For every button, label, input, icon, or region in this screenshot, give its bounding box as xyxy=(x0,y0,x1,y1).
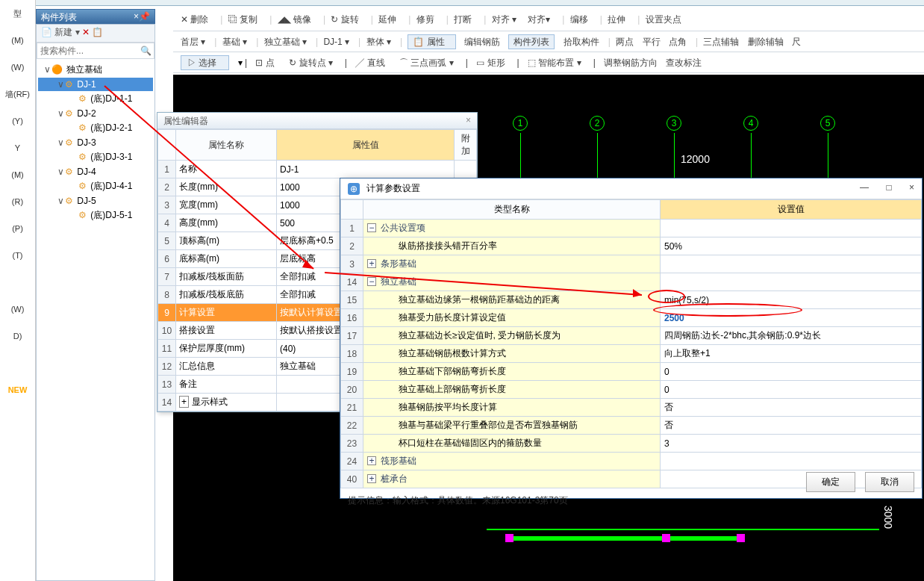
btn-parallel[interactable]: 平行 xyxy=(643,37,661,47)
sel-cat[interactable]: 基础 ▾ xyxy=(222,37,247,47)
component-tree[interactable]: ∨🟠 独立基础∨⚙ DJ-1⚙ (底)DJ-1-1∨⚙ DJ-2⚙ (底)DJ-… xyxy=(37,59,154,226)
tb-align[interactable]: 对齐 ▾ xyxy=(492,13,521,26)
calc-row[interactable]: 15独立基础边缘第一根钢筋距基础边的距离min(75,s/2) xyxy=(341,291,922,309)
close-icon[interactable]: × xyxy=(909,182,914,193)
tb-mirror[interactable]: ◢◣ 镜像 xyxy=(278,13,316,26)
calc-row[interactable]: 1−公共设置项 xyxy=(341,220,922,237)
copy-icon[interactable]: 📋 xyxy=(92,27,103,37)
btn-delaux[interactable]: 删除辅轴 xyxy=(748,37,784,47)
property-row[interactable]: 1名称DJ-1 xyxy=(158,161,477,178)
tb-break[interactable]: 打断 xyxy=(454,13,476,26)
calc-row[interactable]: 22独基与基础梁平行重叠部位是否布置独基钢筋否 xyxy=(341,417,922,435)
grip-handle[interactable] xyxy=(505,534,513,542)
sel-name[interactable]: DJ-1 ▾ xyxy=(323,37,349,47)
tb-trim[interactable]: 修剪 xyxy=(416,13,439,26)
tree-item[interactable]: ⚙ (底)DJ-1-1 xyxy=(38,91,153,107)
grip-handle[interactable] xyxy=(662,534,670,542)
btn-attr[interactable]: 📋 属性 xyxy=(408,34,455,49)
calc-row[interactable]: 24+筏形基础 xyxy=(341,453,922,470)
calc-row[interactable]: 17独立基础边长≥设定值时, 受力钢筋长度为四周钢筋:边长-2*bhc,其余钢筋… xyxy=(341,327,922,345)
calc-row[interactable]: 21独基钢筋按平均长度计算否 xyxy=(341,399,922,417)
grid-bubble: 2 xyxy=(590,116,605,131)
left-category-strip[interactable]: 型(M)(W) 墙(RF)(Y)Y (M)(R)(P) (T)(W) D) NE… xyxy=(0,0,36,581)
btn-ruler[interactable]: 尺 xyxy=(792,37,801,47)
component-list-header: 构件列表 📌 × xyxy=(36,9,155,24)
btn-three[interactable]: 三点辅轴 xyxy=(703,37,739,47)
tree-item[interactable]: ⚙ (底)DJ-4-1 xyxy=(38,178,153,194)
btn-rotpt[interactable]: ↻ 旋转点 ▾ xyxy=(289,58,339,68)
tree-item[interactable]: ⚙ (底)DJ-5-1 xyxy=(38,208,153,223)
toolbar-draw: ▷ 选择 ▾ | ⊡ 点 ↻ 旋转点 ▾| ╱ 直线 ⌒ 三点画弧 ▾| ▭ 矩… xyxy=(173,54,924,73)
minimize-icon[interactable]: — xyxy=(860,182,869,193)
tree-item[interactable]: ∨⚙ DJ-2 xyxy=(38,107,153,120)
tb-stretch[interactable]: 拉伸 xyxy=(608,13,630,26)
btn-ptangle[interactable]: 点角 xyxy=(669,37,687,47)
calc-row[interactable]: 14−独立基础 xyxy=(341,273,922,291)
btn-check[interactable]: 查改标注 xyxy=(666,58,702,68)
grip-handle[interactable] xyxy=(737,534,745,542)
btn-point[interactable]: ⊡ 点 xyxy=(255,58,280,68)
close-icon[interactable]: × xyxy=(466,115,471,125)
btn-complist[interactable]: 构件列表 xyxy=(508,34,555,49)
calc-row[interactable]: 19独立基础下部钢筋弯折长度0 xyxy=(341,363,922,381)
calc-row[interactable]: 2纵筋搭接接头错开百分率50% xyxy=(341,237,922,255)
property-editor-title[interactable]: 属性编辑器 × xyxy=(157,113,477,129)
sel-floor[interactable]: 首层 ▾ xyxy=(181,37,205,47)
close-icon[interactable]: × xyxy=(134,11,139,22)
grid-bubble: 1 xyxy=(513,116,528,131)
tb-align2[interactable]: 对齐▾ xyxy=(528,13,555,26)
tree-item[interactable]: ⚙ (底)DJ-2-1 xyxy=(38,120,153,136)
grid-bubble: 5 xyxy=(820,116,835,131)
search-input[interactable] xyxy=(37,43,154,59)
btn-select[interactable]: ▷ 选择 xyxy=(181,55,229,70)
tree-item[interactable]: ∨⚙ DJ-4 xyxy=(38,165,153,178)
tree-item[interactable]: ∨⚙ DJ-3 xyxy=(38,136,153,149)
tb-offset[interactable]: 编移 xyxy=(570,13,593,26)
component-toolbar: 📄 新建 ▾ ✕ 📋 xyxy=(37,25,154,43)
dialog-titlebar[interactable]: ⊕ 计算参数设置 — □ × xyxy=(340,178,922,199)
tree-item[interactable]: ∨⚙ DJ-5 xyxy=(38,194,153,208)
component-panel: 📄 新建 ▾ ✕ 📋 🔍 ∨🟠 独立基础∨⚙ DJ-1⚙ (底)DJ-1-1∨⚙… xyxy=(36,24,155,581)
toolbar-edit: ✕ 删除| ⿻ 复制| ◢◣ 镜像| ↻ 旋转| 延伸| 修剪| 打断| 对齐 … xyxy=(173,12,924,31)
btn-rebar[interactable]: 编辑钢筋 xyxy=(464,37,500,47)
tb-copy[interactable]: ⿻ 复制 xyxy=(228,13,262,26)
btn-arc[interactable]: ⌒ 三点画弧 ▾ xyxy=(399,58,460,68)
calc-row[interactable]: 16独基受力筋长度计算设定值2500 xyxy=(341,309,922,327)
maximize-icon[interactable]: □ xyxy=(886,182,891,193)
tb-grip[interactable]: 设置夹点 xyxy=(646,13,686,26)
tb-extend[interactable]: 延伸 xyxy=(378,13,401,26)
search-icon[interactable]: 🔍 xyxy=(140,46,152,56)
pin-icon[interactable]: 📌 xyxy=(139,11,150,22)
dimension-text: 12000 xyxy=(681,153,710,165)
btn-line[interactable]: ╱ 直线 xyxy=(355,58,390,68)
calc-row[interactable]: 20独立基础上部钢筋弯折长度0 xyxy=(341,381,922,399)
delete-icon[interactable]: ✕ xyxy=(82,27,90,37)
sel-mode[interactable]: 整体 ▾ xyxy=(366,37,391,47)
sel-type[interactable]: 独立基础 ▾ xyxy=(264,37,307,47)
toolbar-context: 首层 ▾| 基础 ▾| 独立基础 ▾| DJ-1 ▾| 整体 ▾| 📋 属性 编… xyxy=(173,33,924,52)
tree-item[interactable]: ⚙ (底)DJ-3-1 xyxy=(38,149,153,165)
dialog-icon: ⊕ xyxy=(348,183,360,195)
tree-item[interactable]: ∨🟠 独立基础 xyxy=(38,62,153,78)
grid-bubble: 3 xyxy=(667,116,681,131)
btn-rect[interactable]: ▭ 矩形 xyxy=(476,58,511,68)
calc-row[interactable]: 23杯口短柱在基础锚固区内的箍筋数量3 xyxy=(341,435,922,453)
calc-settings-dialog: ⊕ 计算参数设置 — □ × 类型名称设置值 1−公共设置项2纵筋搭接接头错开百… xyxy=(340,178,923,499)
tb-rotate[interactable]: ↻ 旋转 xyxy=(331,13,363,26)
tree-item[interactable]: ∨⚙ DJ-1 xyxy=(38,78,153,91)
btn-smart[interactable]: ⬚ 智能布置 ▾ xyxy=(528,58,587,68)
ok-button[interactable]: 确定 xyxy=(806,472,855,492)
btn-pick[interactable]: 拾取构件 xyxy=(564,37,599,47)
cancel-button[interactable]: 取消 xyxy=(865,472,914,492)
tb-delete[interactable]: ✕ 删除 xyxy=(181,13,213,26)
calc-row[interactable]: 3+条形基础 xyxy=(341,255,922,273)
grid-bubble: 4 xyxy=(743,116,758,131)
btn-adjust[interactable]: 调整钢筋方向 xyxy=(604,58,658,68)
calc-row[interactable]: 18独立基础钢筋根数计算方式向上取整+1 xyxy=(341,345,922,363)
new-button[interactable]: 📄 新建 ▾ xyxy=(41,27,80,37)
btn-twopoint[interactable]: 两点 xyxy=(616,37,634,47)
